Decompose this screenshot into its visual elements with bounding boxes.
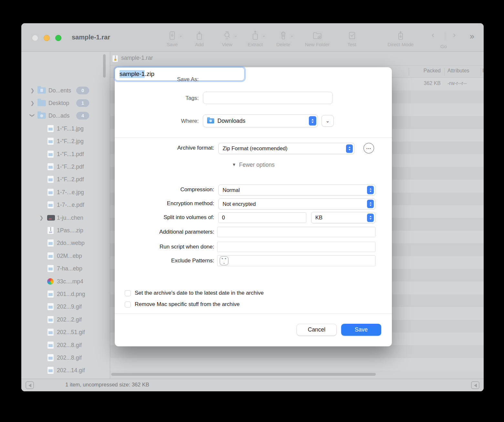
disclosure-closed-icon[interactable]: ❯ [30,88,35,93]
sidebar-file-row[interactable]: 02M...ebp [21,249,110,262]
additional-parameters-input[interactable] [217,227,375,237]
back-chevron-icon[interactable]: ‹ [432,30,434,39]
run-script-input[interactable] [217,242,375,252]
toolbar-test-button[interactable]: Test [336,30,367,47]
column-divider[interactable] [444,68,445,76]
sidebar-file-row[interactable]: 1-7-...e.jpg [21,186,110,198]
checkbox-unchecked-icon[interactable] [125,301,131,308]
column-divider[interactable] [481,68,481,76]
column-header-attributes[interactable]: Attributes [447,68,469,74]
compression-label: Compression: [117,186,214,193]
file-list-row [110,345,484,358]
sidebar-file-row[interactable]: 1-“F...2.jpg [21,135,110,148]
sidebar-file-label: 7-ha...ebp [57,265,82,272]
image-file-icon [47,316,54,323]
sidebar-file-row[interactable]: 202...8.gif [21,351,110,364]
image-file-icon [47,239,54,247]
zoom-button[interactable] [55,35,61,41]
sidebar-file-label: 1-“F...2.jpg [57,138,84,145]
sidebar-file-row[interactable]: 202...14.gif [21,364,110,377]
archive-save-icon [157,30,188,41]
save-button[interactable]: Save [341,324,381,336]
sidebar-file-label: 1-“F...1.jpg [57,125,84,132]
collapse-sidebar-button[interactable] [26,381,34,389]
toolbar-new-folder-label: New Folder [302,42,333,47]
breadcrumb[interactable]: sample-1.rar [121,55,153,61]
sidebar-folder-row[interactable]: ❯Do...ents0 [21,84,110,97]
image-file-icon [47,201,54,209]
view-icon [212,30,243,41]
horizontal-scrollbar-thumb[interactable] [111,373,376,376]
minimize-button[interactable] [44,35,50,41]
split-unit-popup[interactable]: KB [311,212,375,223]
sidebar-file-row[interactable]: 1Pas....zip [21,224,110,237]
sidebar-file-row[interactable]: 7-ha...ebp [21,262,110,275]
sidebar-file-row[interactable]: 1-“F...2.pdf [21,173,110,186]
image-file-icon [47,328,54,336]
sidebar-file-label: 201...d.png [57,291,85,298]
zip-file-icon [47,227,54,234]
sidebar-file-row[interactable]: 1-“F...2.pdf [21,160,110,173]
split-volumes-input[interactable]: 0 [218,212,306,223]
sidebar-file-row[interactable]: 33c....mp4 [21,275,110,288]
column-header-packed[interactable]: Packed [424,68,441,74]
image-file-icon [47,137,54,145]
pattern-token-icon[interactable] [220,256,228,265]
image-file-icon [47,265,54,272]
toolbar-overflow-icon[interactable]: » [470,32,473,41]
sidebar-file-label: 202...14.gif [57,367,85,374]
tags-input[interactable] [203,92,333,104]
fewer-options-label: Fewer options [239,162,275,168]
column-header-clipped: I [482,68,484,74]
extract-icon [240,30,271,41]
close-button[interactable] [32,35,38,41]
where-expand-button[interactable]: ⌄ [321,115,334,127]
column-divider[interactable] [409,68,409,76]
image-file-icon [47,188,54,196]
sidebar-file-row[interactable]: 202...51.gif [21,326,110,339]
cancel-button[interactable]: Cancel [297,324,337,336]
collapse-panel-button[interactable] [471,381,479,389]
encryption-popup[interactable]: Not encrypted [218,198,375,209]
sidebar-file-row[interactable]: 202...8.gif [21,339,110,351]
sidebar-file-row[interactable]: 202...2.gif [21,313,110,326]
sidebar-file-row[interactable]: 2do...webp [21,237,110,249]
disclosure-closed-icon[interactable]: ❯ [39,215,44,221]
forward-chevron-icon[interactable]: › [453,30,456,39]
toolbar-add-button[interactable]: Add [184,30,215,47]
toolbar-view-button[interactable]: ⌄ View [212,30,243,47]
remove-mac-stuff-checkbox-row[interactable]: Remove Mac specific stuff from the archi… [125,300,240,309]
toolbar-delete-button[interactable]: ⌄ Delete [268,30,299,47]
toolbar-new-folder-button[interactable]: New Folder [302,30,333,47]
sidebar-file-row[interactable]: ❯1-ju...chen [21,211,110,224]
disclosure-closed-icon[interactable]: ❯ [30,100,35,106]
toolbar-direct-mode-button[interactable]: Direct Mode [385,30,416,47]
toolbar-save-button[interactable]: ⌄ Save [157,30,188,47]
disclosure-open-icon[interactable]: ❯ [29,113,35,118]
sidebar-file-label: 1-7-...e.pdf [57,202,84,208]
toolbar-extract-button[interactable]: ⌄ Extract [240,30,271,47]
archive-format-popup[interactable]: Zip Format (recommended) [218,143,354,154]
checkbox-unchecked-icon[interactable] [125,290,131,296]
compression-popup[interactable]: Normal [218,185,375,195]
sidebar-folder-row[interactable]: ❯Desktop1 [21,97,110,109]
sidebar-scrollbar-thumb[interactable] [103,54,106,78]
exclude-patterns-input[interactable] [217,255,375,266]
archive-date-checkbox-row[interactable]: Set the archive's date to the latest dat… [125,289,264,297]
sidebar-file-label: 1-“F...1.pdf [57,151,84,157]
split-volumes-label: Split into volumes of: [117,214,214,221]
more-options-button[interactable]: ... [363,143,374,153]
sidebar-file-row[interactable]: 201...d.png [21,288,110,300]
fewer-options-toggle[interactable]: ▼Fewer options [115,162,392,168]
chevron-down-icon: ⌄ [179,33,183,38]
sidebar-folder-row[interactable]: ❯Do...ads4 [21,110,110,122]
sidebar-folder-label: Do...ents [48,87,71,94]
sidebar-file-label: 1-7-...e.jpg [57,189,84,195]
sidebar-divider[interactable] [110,52,110,379]
sidebar-file-row[interactable]: 1-“F...1.pdf [21,148,110,160]
sidebar-file-row[interactable]: 202...9.gif [21,301,110,313]
sidebar-file-row[interactable]: 1-“F...1.jpg [21,122,110,135]
remove-mac-stuff-checkbox-label: Remove Mac specific stuff from the archi… [135,301,240,308]
sidebar-file-row[interactable]: 1-7-...e.pdf [21,199,110,211]
where-popup[interactable]: Downloads [203,114,318,127]
